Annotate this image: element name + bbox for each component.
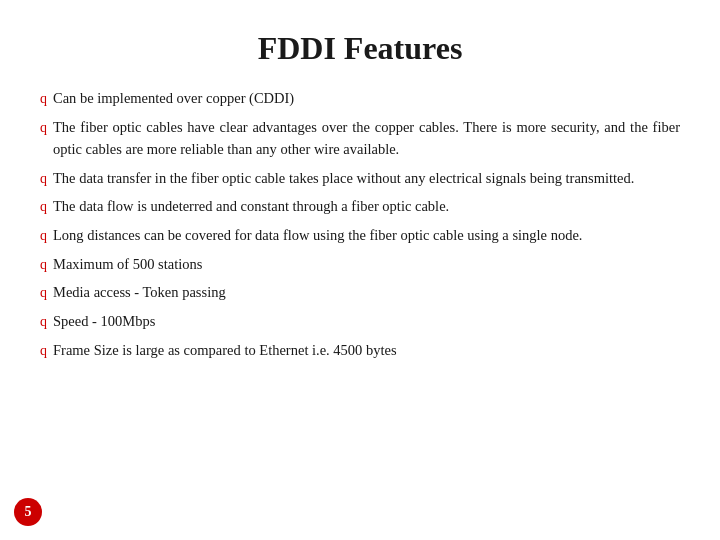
list-item: q Long distances can be covered for data… [40, 224, 680, 247]
slide-container: FDDI Features q Can be implemented over … [0, 0, 720, 540]
bullet-text: The data flow is undeterred and constant… [53, 195, 680, 217]
list-item: q Maximum of 500 stations [40, 253, 680, 276]
bullet-text: Can be implemented over copper (CDDI) [53, 87, 680, 109]
slide-title: FDDI Features [40, 30, 680, 67]
content-area: q Can be implemented over copper (CDDI) … [40, 87, 680, 361]
bullet-icon: q [40, 225, 47, 247]
list-item: q Frame Size is large as compared to Eth… [40, 339, 680, 362]
bullet-icon: q [40, 340, 47, 362]
bullet-text: Media access - Token passing [53, 281, 680, 303]
list-item: q Can be implemented over copper (CDDI) [40, 87, 680, 110]
bullet-icon: q [40, 254, 47, 276]
bullet-text: The data transfer in the fiber optic cab… [53, 167, 680, 189]
bullet-icon: q [40, 282, 47, 304]
list-item: q Speed - 100Mbps [40, 310, 680, 333]
bullet-text: The fiber optic cables have clear advant… [53, 116, 680, 161]
bullet-text: Frame Size is large as compared to Ether… [53, 339, 680, 361]
bullet-icon: q [40, 88, 47, 110]
bullet-icon: q [40, 196, 47, 218]
bullet-text: Maximum of 500 stations [53, 253, 680, 275]
list-item: q The data transfer in the fiber optic c… [40, 167, 680, 190]
bullet-icon: q [40, 117, 47, 139]
list-item: q The data flow is undeterred and consta… [40, 195, 680, 218]
bullet-icon: q [40, 168, 47, 190]
list-item: q The fiber optic cables have clear adva… [40, 116, 680, 161]
page-number-badge: 5 [14, 498, 42, 526]
bullet-icon: q [40, 311, 47, 333]
bullet-text: Speed - 100Mbps [53, 310, 680, 332]
list-item: q Media access - Token passing [40, 281, 680, 304]
bullet-text: Long distances can be covered for data f… [53, 224, 680, 246]
